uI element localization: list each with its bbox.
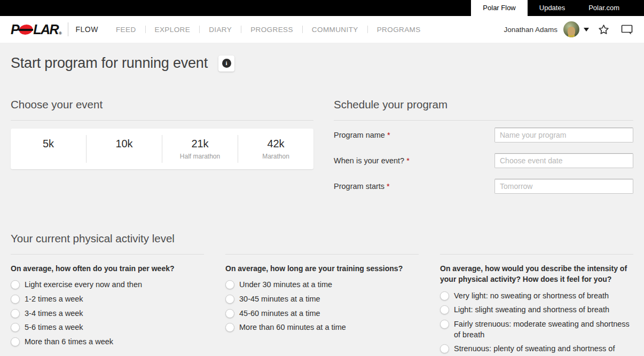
radio-label: Fairly strenuous: moderate sweating and … — [454, 319, 633, 340]
event-date-label: When is your event?* — [334, 156, 410, 165]
radio-icon — [440, 320, 449, 329]
required-asterisk: * — [406, 156, 410, 165]
section-divider — [334, 120, 633, 121]
radio-icon — [11, 323, 20, 332]
radio-frequency-2[interactable]: 3-4 times a week — [11, 308, 204, 319]
radio-intensity-3[interactable]: Strenuous: plenty of sweating and shortn… — [440, 344, 633, 356]
radio-label: Light: slight sweating and shortness of … — [454, 305, 609, 315]
nav-item-explore[interactable]: EXPLORE — [146, 26, 200, 34]
main-navbar: PLAR® FLOW FEED EXPLORE DIARY PROGRESS C… — [0, 16, 644, 43]
radio-frequency-1[interactable]: 1-2 times a week — [11, 294, 204, 305]
event-value: 5k — [43, 138, 54, 150]
event-date-input[interactable] — [494, 153, 633, 168]
radio-label: Very light: no sweating or shortness of … — [454, 291, 609, 302]
event-option-5k[interactable]: 5k — [11, 129, 86, 169]
page-content: Start program for running event i Choose… — [0, 43, 644, 356]
caret-down-icon[interactable] — [584, 28, 589, 31]
section-divider — [11, 120, 313, 121]
radio-icon — [11, 337, 20, 346]
question-group-intensity: On average, how would you describe the i… — [440, 254, 633, 356]
program-name-label: Program name* — [334, 131, 390, 139]
radio-frequency-4[interactable]: More than 6 times a week — [11, 337, 204, 347]
navbar-user-area: Jonathan Adams — [504, 21, 633, 37]
favorites-star-icon[interactable] — [598, 23, 610, 36]
tab-polar-flow[interactable]: Polar Flow — [471, 0, 527, 16]
question-duration: On average, how long are your training s… — [225, 263, 419, 274]
nav-divider — [68, 22, 68, 36]
nav-item-programs[interactable]: PROGRAMS — [368, 26, 430, 34]
activity-questions: On average, how often do you train per w… — [11, 254, 633, 356]
info-button[interactable]: i — [218, 56, 234, 72]
form-row-event-date: When is your event?* — [334, 153, 633, 168]
section-divider — [225, 254, 419, 255]
polar-logo[interactable]: PLAR® — [11, 22, 61, 37]
tab-polar-com[interactable]: Polar.com — [577, 0, 631, 16]
required-asterisk: * — [387, 131, 390, 139]
radio-intensity-0[interactable]: Very light: no sweating or shortness of … — [440, 291, 633, 302]
radio-icon — [225, 309, 234, 318]
schedule-heading: Schedule your program — [334, 98, 633, 111]
nav-item-progress[interactable]: PROGRESS — [241, 26, 302, 34]
radio-icon — [440, 305, 449, 314]
radio-duration-3[interactable]: More than 60 minutes at a time — [225, 322, 419, 333]
nav-item-community[interactable]: COMMUNITY — [303, 26, 367, 34]
nav-item-diary[interactable]: DIARY — [200, 26, 241, 34]
section-divider — [11, 254, 204, 255]
activity-heading: Your current physical activity level — [11, 232, 633, 245]
nav-menu: FEED EXPLORE DIARY PROGRESS COMMUNITY PR… — [98, 26, 430, 34]
avatar[interactable] — [563, 21, 579, 37]
radio-icon — [440, 344, 449, 353]
event-value: 10k — [115, 138, 132, 150]
program-starts-input[interactable] — [494, 179, 633, 194]
messages-icon[interactable] — [621, 23, 633, 35]
radio-intensity-1[interactable]: Light: slight sweating and shortness of … — [440, 305, 633, 315]
program-name-input[interactable] — [494, 128, 633, 143]
tab-updates[interactable]: Updates — [528, 0, 577, 16]
event-subtitle: Marathon — [262, 153, 289, 160]
radio-icon — [225, 323, 234, 332]
radio-icon — [11, 280, 20, 289]
choose-event-heading: Choose your event — [11, 98, 313, 111]
question-intensity: On average, how would you describe the i… — [440, 263, 633, 285]
form-row-program-name: Program name* — [334, 128, 633, 143]
nav-item-flow[interactable]: FLOW — [75, 25, 98, 34]
radio-intensity-2[interactable]: Fairly strenuous: moderate sweating and … — [440, 319, 633, 340]
required-asterisk: * — [387, 182, 390, 191]
radio-label: Strenuous: plenty of sweating and shortn… — [454, 344, 633, 356]
radio-icon — [225, 280, 234, 289]
event-option-21k[interactable]: 21k Half marathon — [162, 129, 238, 169]
radio-label: 1-2 times a week — [25, 294, 83, 305]
info-icon: i — [222, 59, 231, 68]
radio-duration-2[interactable]: 45-60 minutes at a time — [225, 308, 419, 319]
polar-logo-text: PLAR® — [11, 22, 61, 37]
event-subtitle: Half marathon — [180, 153, 220, 160]
radio-label: More than 60 minutes at a time — [239, 322, 346, 333]
nav-item-feed[interactable]: FEED — [107, 26, 145, 34]
program-starts-label: Program starts* — [334, 182, 390, 191]
radio-frequency-3[interactable]: 5-6 times a week — [11, 322, 204, 333]
top-bar: Polar Flow Updates Polar.com — [0, 0, 644, 16]
event-value: 21k — [191, 138, 208, 150]
radio-label: 5-6 times a week — [25, 322, 83, 333]
radio-label: 45-60 minutes at a time — [239, 308, 320, 319]
radio-label: More than 6 times a week — [25, 337, 113, 347]
event-selector: 5k 10k 21k Half marathon 42k Marathon — [11, 129, 313, 169]
radio-duration-0[interactable]: Under 30 minutes at a time — [225, 280, 419, 290]
form-row-program-starts: Program starts* — [334, 179, 633, 194]
question-group-frequency: On average, how often do you train per w… — [11, 254, 204, 356]
schedule-section: Schedule your program Program name* When… — [334, 98, 633, 204]
radio-duration-1[interactable]: 30-45 minutes at a time — [225, 294, 419, 305]
radio-label: Under 30 minutes at a time — [239, 280, 332, 290]
radio-icon — [11, 309, 20, 318]
choose-event-section: Choose your event 5k 10k 21k Half marath… — [11, 98, 313, 204]
radio-icon — [440, 291, 449, 300]
section-divider — [440, 254, 633, 255]
question-frequency: On average, how often do you train per w… — [11, 263, 204, 274]
event-option-42k[interactable]: 42k Marathon — [238, 129, 313, 169]
polar-logo-o-icon — [19, 25, 34, 35]
radio-frequency-0[interactable]: Light exercise every now and then — [11, 280, 204, 290]
user-name[interactable]: Jonathan Adams — [504, 26, 557, 34]
event-value: 42k — [267, 138, 284, 150]
event-option-10k[interactable]: 10k — [87, 129, 162, 169]
page-title: Start program for running event — [11, 55, 208, 72]
